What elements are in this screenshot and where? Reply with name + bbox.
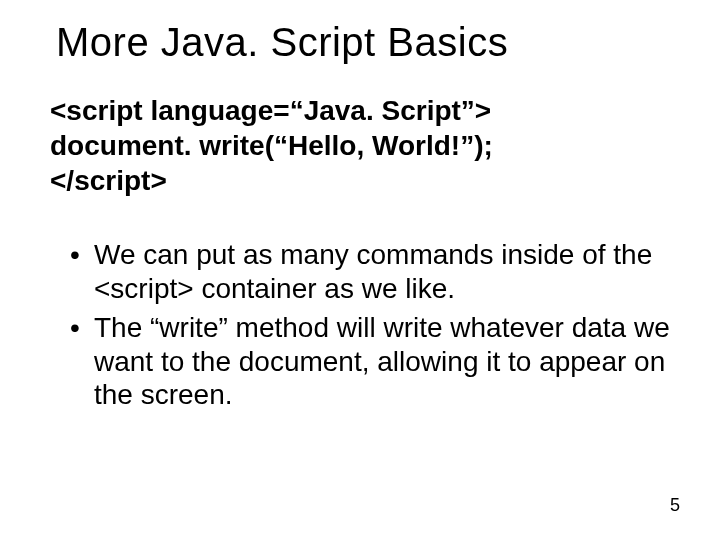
code-line-2: document. write(“Hello, World!”); <box>50 128 670 163</box>
page-number: 5 <box>670 495 680 516</box>
code-line-1: <script language=“Java. Script”> <box>50 93 670 128</box>
code-line-3: </script> <box>50 163 670 198</box>
code-block: <script language=“Java. Script”> documen… <box>50 93 670 198</box>
bullet-item: We can put as many commands inside of th… <box>70 238 670 305</box>
slide-title: More Java. Script Basics <box>56 20 670 65</box>
bullet-list: We can put as many commands inside of th… <box>50 238 670 412</box>
slide: More Java. Script Basics <script languag… <box>0 0 720 540</box>
bullet-item: The “write” method will write whatever d… <box>70 311 670 412</box>
